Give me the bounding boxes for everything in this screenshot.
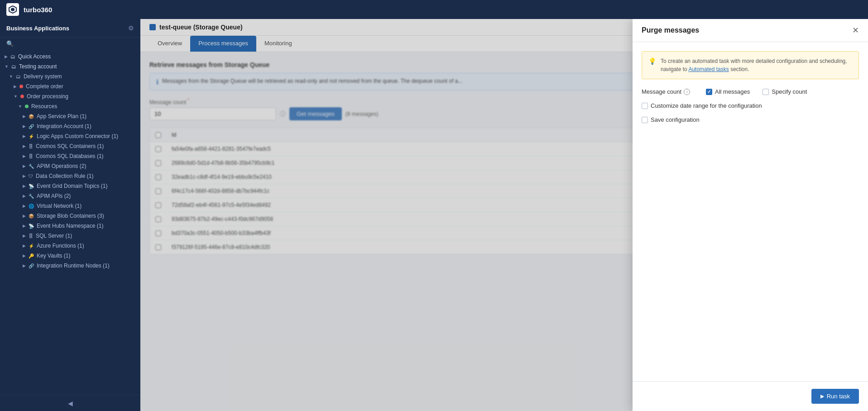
sidebar-item-testing-account[interactable]: ▼ 🗂 Testing account bbox=[0, 62, 140, 72]
arrow-icon: ▼ bbox=[18, 104, 22, 109]
message-count-label-text: Message count bbox=[642, 88, 681, 95]
all-messages-checkbox-checked bbox=[706, 89, 712, 95]
customize-date-checkbox-unchecked bbox=[642, 103, 648, 109]
customize-date-checkbox-label[interactable]: Customize date range for the configurati… bbox=[642, 102, 762, 109]
run-task-button[interactable]: ▶ Run task bbox=[811, 389, 859, 404]
arrow-icon: ▶ bbox=[23, 224, 26, 228]
automated-tasks-link[interactable]: Automated tasks bbox=[688, 66, 729, 72]
arrow-icon: ▶ bbox=[23, 244, 26, 248]
arrow-icon: ▶ bbox=[23, 164, 26, 168]
sidebar-item-label: Resources bbox=[31, 103, 57, 110]
arrow-icon: ▶ bbox=[23, 253, 26, 258]
sidebar: Business Applications ⚙ 🔍 ▶ 🗂 Quick Acce… bbox=[0, 19, 140, 411]
sidebar-item-label: Order processing bbox=[27, 93, 68, 100]
resource-icon: 🔧 bbox=[29, 164, 34, 169]
specify-count-checkbox-unchecked bbox=[762, 89, 769, 95]
sidebar-item-logic-apps-connector[interactable]: ▶ ⚡ Logic Apps Custom Connector (1) bbox=[0, 131, 140, 141]
resource-icon: ⚡ bbox=[29, 244, 34, 249]
resource-icon: 📡 bbox=[29, 224, 34, 229]
arrow-icon: ▼ bbox=[9, 74, 13, 79]
app-name: turbo360 bbox=[24, 6, 52, 14]
sidebar-item-label: Storage Blob Containers (3) bbox=[37, 213, 104, 219]
resource-icon: 📦 bbox=[29, 214, 34, 219]
modal-title: Purge messages bbox=[642, 26, 699, 34]
sidebar-item-cosmos-sql-databases[interactable]: ▶ 🗄 Cosmos SQL Databases (1) bbox=[0, 151, 140, 161]
sidebar-item-app-service-plan[interactable]: ▶ 📦 App Service Plan (1) bbox=[0, 111, 140, 121]
sidebar-item-label: Key Vaults (1) bbox=[37, 253, 70, 259]
modal-body: 💡 To create an automated task with more … bbox=[633, 42, 868, 381]
arrow-icon: ▶ bbox=[23, 174, 26, 178]
search-icon: 🔍 bbox=[6, 40, 14, 47]
sidebar-item-label: APIM APIs (2) bbox=[37, 193, 71, 199]
gear-icon[interactable]: ⚙ bbox=[128, 24, 134, 32]
sidebar-item-azure-functions[interactable]: ▶ ⚡ Azure Functions (1) bbox=[0, 241, 140, 251]
arrow-icon: ▶ bbox=[23, 114, 26, 119]
sidebar-item-event-hubs-namespace[interactable]: ▶ 📡 Event Hubs Namespace (1) bbox=[0, 221, 140, 231]
all-messages-checkbox-label[interactable]: All messages bbox=[706, 88, 750, 95]
sidebar-item-label: Event Grid Domain Topics (1) bbox=[37, 183, 108, 189]
alert-text: To create an automated task with more de… bbox=[661, 57, 852, 73]
sidebar-item-delivery-system[interactable]: ▼ 🗂 Delivery system bbox=[0, 72, 140, 81]
sidebar-item-label: Data Collection Rule (1) bbox=[36, 173, 93, 179]
sidebar-item-label: Azure Functions (1) bbox=[37, 243, 84, 249]
save-config-checkbox-unchecked bbox=[642, 117, 648, 123]
resource-icon: 🔧 bbox=[29, 194, 34, 199]
alert-banner: 💡 To create an automated task with more … bbox=[642, 51, 859, 79]
arrow-icon: ▶ bbox=[23, 194, 26, 198]
modal-overlay: Purge messages ✕ 💡 To create an automate… bbox=[140, 19, 868, 411]
resource-icon: 🔑 bbox=[29, 253, 34, 258]
purge-messages-panel: Purge messages ✕ 💡 To create an automate… bbox=[633, 19, 868, 411]
arrow-icon: ▶ bbox=[23, 263, 26, 268]
arrow-icon: ▶ bbox=[23, 214, 26, 218]
arrow-icon: ▶ bbox=[23, 134, 26, 139]
app-container: turbo360 Business Applications ⚙ 🔍 ▶ 🗂 Q… bbox=[0, 0, 868, 411]
sidebar-item-event-grid-domain-topics[interactable]: ▶ 📡 Event Grid Domain Topics (1) bbox=[0, 181, 140, 191]
resource-icon: ⚡ bbox=[29, 134, 34, 139]
sidebar-item-label: Testing account bbox=[19, 63, 57, 70]
run-task-label: Run task bbox=[827, 393, 850, 400]
sidebar-item-label: Complete order bbox=[26, 83, 63, 90]
arrow-icon: ▼ bbox=[14, 94, 18, 99]
all-messages-label-text: All messages bbox=[715, 88, 750, 95]
customize-date-form-row: Customize date range for the configurati… bbox=[642, 102, 859, 109]
sidebar-item-resources[interactable]: ▼ Resources bbox=[0, 101, 140, 111]
sidebar-title: Business Applications bbox=[6, 25, 69, 32]
content-area: test-queue (Storage Queue) Overview Proc… bbox=[140, 19, 868, 411]
sidebar-item-apim-apis[interactable]: ▶ 🔧 APIM APIs (2) bbox=[0, 191, 140, 201]
sidebar-item-sql-server[interactable]: ▶ 🗄 SQL Server (1) bbox=[0, 231, 140, 241]
collapse-sidebar-button[interactable]: ◀ bbox=[68, 400, 73, 407]
sidebar-item-virtual-network[interactable]: ▶ 🌐 Virtual Network (1) bbox=[0, 201, 140, 211]
alert-icon: 💡 bbox=[648, 57, 656, 65]
sidebar-item-apim-operations[interactable]: ▶ 🔧 APIM Operations (2) bbox=[0, 161, 140, 171]
modal-close-button[interactable]: ✕ bbox=[852, 26, 859, 34]
resource-icon: 🗄 bbox=[29, 144, 33, 149]
sidebar-item-label: Cosmos SQL Containers (1) bbox=[36, 143, 104, 149]
sidebar-item-integration-account[interactable]: ▶ 🔗 Integration Account (1) bbox=[0, 121, 140, 131]
specify-count-checkbox-label[interactable]: Specify count bbox=[762, 88, 807, 95]
folder-icon: 🗂 bbox=[11, 64, 16, 69]
save-config-checkbox-label[interactable]: Save configuration bbox=[642, 116, 700, 123]
sidebar-item-label: APIM Operations (2) bbox=[37, 163, 86, 169]
sidebar-item-cosmos-sql-containers[interactable]: ▶ 🗄 Cosmos SQL Containers (1) bbox=[0, 141, 140, 151]
resource-icon: 🔗 bbox=[29, 124, 34, 129]
sidebar-item-order-processing[interactable]: ▼ Order processing bbox=[0, 91, 140, 101]
message-count-form-label: Message count i bbox=[642, 88, 700, 95]
save-config-form-row: Save configuration bbox=[642, 116, 859, 123]
sidebar-item-quick-access[interactable]: ▶ 🗂 Quick Access bbox=[0, 52, 140, 62]
arrow-icon: ▶ bbox=[23, 144, 26, 148]
sidebar-item-storage-blob-containers[interactable]: ▶ 📦 Storage Blob Containers (3) bbox=[0, 211, 140, 221]
resource-icon: 🛡 bbox=[29, 174, 33, 179]
top-bar: turbo360 bbox=[0, 0, 868, 19]
sidebar-item-label: Integration Runtime Nodes (1) bbox=[37, 263, 110, 269]
sidebar-item-integration-runtime-nodes[interactable]: ▶ 🔗 Integration Runtime Nodes (1) bbox=[0, 261, 140, 271]
sidebar-item-complete-order[interactable]: ▶ Complete order bbox=[0, 81, 140, 91]
sidebar-header: Business Applications ⚙ bbox=[0, 19, 140, 38]
sidebar-item-data-collection-rule[interactable]: ▶ 🛡 Data Collection Rule (1) bbox=[0, 171, 140, 181]
arrow-icon: ▶ bbox=[23, 124, 26, 129]
sidebar-item-label: Integration Account (1) bbox=[37, 123, 91, 129]
resource-icon: 🗄 bbox=[29, 234, 33, 239]
sidebar-item-key-vaults[interactable]: ▶ 🔑 Key Vaults (1) bbox=[0, 251, 140, 261]
arrow-icon: ▶ bbox=[23, 184, 26, 188]
status-dot-red bbox=[20, 95, 24, 98]
arrow-icon: ▶ bbox=[23, 154, 26, 158]
